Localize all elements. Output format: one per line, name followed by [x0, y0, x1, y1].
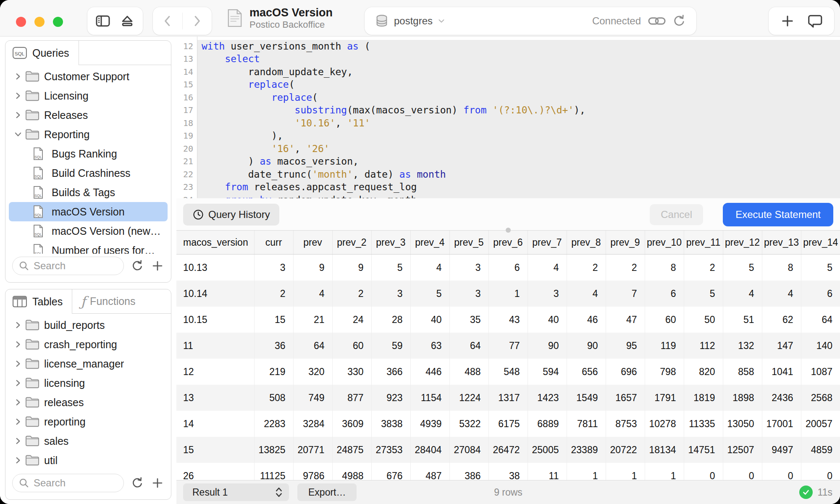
- table-cell[interactable]: 2: [332, 281, 371, 307]
- table-cell[interactable]: 8: [762, 255, 801, 281]
- table-cell[interactable]: 5: [410, 281, 449, 307]
- code-line-18[interactable]: 18 '10.16', '11': [176, 117, 840, 130]
- table-cell[interactable]: 1: [488, 281, 528, 307]
- table-cell[interactable]: 3: [371, 281, 410, 307]
- table-cell[interactable]: 64: [801, 307, 840, 333]
- table-cell[interactable]: 4: [293, 281, 332, 307]
- table-cell[interactable]: 5: [371, 255, 410, 281]
- column-header-prev-11[interactable]: prev_11: [684, 231, 723, 255]
- table-cell[interactable]: 1224: [449, 385, 488, 411]
- table-cell[interactable]: 6: [801, 281, 840, 307]
- table-cell[interactable]: 6: [488, 255, 528, 281]
- feedback-button[interactable]: [807, 13, 823, 29]
- table-cell[interactable]: 10.14: [176, 281, 254, 307]
- table-cell[interactable]: 7: [606, 281, 645, 307]
- table-cell[interactable]: 11335: [684, 411, 723, 437]
- table-cell[interactable]: 77: [488, 333, 528, 359]
- code-line-11[interactable]: 11: [176, 37, 840, 40]
- table-cell[interactable]: 1423: [528, 385, 567, 411]
- sidebar-item-build-reports[interactable]: build_reports: [9, 315, 168, 335]
- table-cell[interactable]: 63: [410, 333, 449, 359]
- table-cell[interactable]: 6175: [488, 411, 528, 437]
- table-cell[interactable]: 1041: [762, 359, 801, 385]
- table-row[interactable]: 10.15152124284035434046476050516264: [176, 307, 840, 333]
- table-row[interactable]: 10.13399543642282585: [176, 255, 840, 281]
- column-header-prev-14[interactable]: prev_14: [801, 231, 840, 255]
- table-cell[interactable]: 320: [293, 359, 332, 385]
- table-cell[interactable]: 36: [254, 333, 293, 359]
- sidebar-item-util[interactable]: util: [9, 451, 168, 470]
- table-cell[interactable]: 330: [332, 359, 371, 385]
- table-cell[interactable]: 20722: [606, 437, 645, 463]
- chevron-right-icon[interactable]: [11, 456, 25, 465]
- tables-refresh-button[interactable]: [131, 476, 144, 490]
- chevron-right-icon[interactable]: [11, 72, 25, 81]
- table-cell[interactable]: 3: [449, 281, 488, 307]
- table-cell[interactable]: 9: [332, 255, 371, 281]
- chevron-down-icon[interactable]: [437, 16, 446, 26]
- table-cell[interactable]: 1549: [567, 385, 606, 411]
- chevron-right-icon[interactable]: [11, 320, 25, 330]
- sql-editor[interactable]: 1112with user_versions_month as (13 sele…: [176, 37, 840, 198]
- table-cell[interactable]: 2283: [254, 411, 293, 437]
- code-line-13[interactable]: 13 select: [176, 52, 840, 66]
- table-cell[interactable]: 43: [488, 307, 528, 333]
- table-cell[interactable]: 4: [723, 281, 762, 307]
- sidebar-item-bugs-ranking[interactable]: SQLBugs Ranking: [9, 144, 168, 163]
- table-cell[interactable]: 9: [293, 255, 332, 281]
- table-cell[interactable]: 5322: [449, 411, 488, 437]
- table-cell[interactable]: 20771: [293, 437, 332, 463]
- table-cell[interactable]: 0: [801, 463, 840, 480]
- table-cell[interactable]: 140: [801, 333, 840, 359]
- table-cell[interactable]: 1087: [801, 359, 840, 385]
- column-header-prev-7[interactable]: prev_7: [528, 231, 567, 255]
- table-cell[interactable]: 47: [606, 307, 645, 333]
- table-cell[interactable]: 26: [176, 463, 254, 480]
- table-cell[interactable]: 696: [606, 359, 645, 385]
- result-selector[interactable]: Result 1: [183, 483, 289, 501]
- chevron-right-icon[interactable]: [11, 417, 25, 426]
- table-cell[interactable]: 90: [528, 333, 567, 359]
- table-cell[interactable]: 1819: [684, 385, 723, 411]
- sidebar-item-macos-version[interactable]: SQLmacOS Version: [9, 202, 168, 221]
- table-cell[interactable]: 2436: [762, 385, 801, 411]
- table-cell[interactable]: 9497: [762, 437, 801, 463]
- chevron-right-icon[interactable]: [11, 91, 25, 100]
- table-cell[interactable]: 27353: [371, 437, 410, 463]
- table-row[interactable]: 1513825207712487527353284042708426472250…: [176, 437, 840, 463]
- chevron-right-icon[interactable]: [11, 110, 25, 120]
- sidebar-item-crash-reporting[interactable]: crash_reporting: [9, 335, 168, 354]
- code-line-24[interactable]: 24 group by random_update_key, month: [176, 194, 840, 199]
- toggle-sidebar-button[interactable]: [94, 13, 111, 29]
- code-line-22[interactable]: 22 date_trunc('month', date) as month: [176, 168, 840, 181]
- table-cell[interactable]: 9786: [293, 463, 332, 480]
- tab-functions[interactable]: ƒ Functions: [72, 294, 144, 310]
- tab-queries[interactable]: SQL Queries: [5, 41, 79, 65]
- table-cell[interactable]: 62: [762, 307, 801, 333]
- table-cell[interactable]: 1: [567, 463, 606, 480]
- table-cell[interactable]: 25005: [528, 437, 567, 463]
- table-cell[interactable]: 11: [176, 333, 254, 359]
- table-cell[interactable]: 1317: [488, 385, 528, 411]
- table-cell[interactable]: 90: [567, 333, 606, 359]
- table-cell[interactable]: 8753: [606, 411, 645, 437]
- table-cell[interactable]: 488: [449, 359, 488, 385]
- table-cell[interactable]: 676: [371, 463, 410, 480]
- table-cell[interactable]: 2568: [801, 385, 840, 411]
- table-cell[interactable]: 446: [410, 359, 449, 385]
- table-cell[interactable]: 0: [723, 463, 762, 480]
- export-button[interactable]: Export…: [297, 483, 357, 501]
- sidebar-item-customer-support[interactable]: Customer Support: [9, 67, 168, 86]
- table-cell[interactable]: 3284: [293, 411, 332, 437]
- table-row[interactable]: 1422833284360938384939532261756889781187…: [176, 411, 840, 437]
- table-cell[interactable]: 4: [762, 281, 801, 307]
- table-cell[interactable]: 46: [567, 307, 606, 333]
- table-cell[interactable]: 2: [567, 255, 606, 281]
- table-cell[interactable]: 20057: [801, 411, 840, 437]
- query-history-button[interactable]: Query History: [183, 204, 279, 226]
- table-cell[interactable]: 14751: [684, 437, 723, 463]
- close-button[interactable]: [16, 17, 26, 27]
- back-button[interactable]: [160, 13, 175, 29]
- table-cell[interactable]: 386: [449, 463, 488, 480]
- table-cell[interactable]: 35: [449, 307, 488, 333]
